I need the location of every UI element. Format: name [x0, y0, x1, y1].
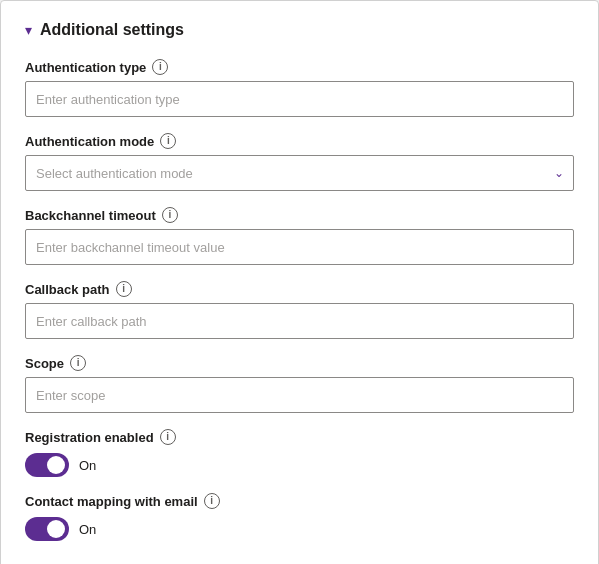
backchannel-timeout-info-icon[interactable]: i	[162, 207, 178, 223]
authentication-type-info-icon[interactable]: i	[152, 59, 168, 75]
authentication-mode-select[interactable]: Select authentication mode	[25, 155, 574, 191]
scope-info-icon[interactable]: i	[70, 355, 86, 371]
toggle-thumb	[47, 456, 65, 474]
callback-path-label: Callback path i	[25, 281, 574, 297]
callback-path-info-icon[interactable]: i	[116, 281, 132, 297]
registration-enabled-status: On	[79, 458, 96, 473]
registration-enabled-field: Registration enabled i On	[25, 429, 574, 477]
contact-mapping-label: Contact mapping with email i	[25, 493, 574, 509]
registration-enabled-toggle[interactable]	[25, 453, 69, 477]
backchannel-timeout-label: Backchannel timeout i	[25, 207, 574, 223]
scope-field: Scope i	[25, 355, 574, 413]
contact-mapping-field: Contact mapping with email i On	[25, 493, 574, 541]
callback-path-field: Callback path i	[25, 281, 574, 339]
backchannel-timeout-field: Backchannel timeout i	[25, 207, 574, 265]
collapse-icon[interactable]: ▾	[25, 22, 32, 38]
contact-mapping-toggle[interactable]	[25, 517, 69, 541]
toggle-track	[25, 453, 69, 477]
contact-mapping-info-icon[interactable]: i	[204, 493, 220, 509]
toggle-track-2	[25, 517, 69, 541]
authentication-type-input[interactable]	[25, 81, 574, 117]
authentication-mode-select-wrapper: Select authentication mode ⌄	[25, 155, 574, 191]
registration-enabled-toggle-row: On	[25, 453, 574, 477]
authentication-type-label: Authentication type i	[25, 59, 574, 75]
authentication-mode-label: Authentication mode i	[25, 133, 574, 149]
contact-mapping-status: On	[79, 522, 96, 537]
authentication-type-field: Authentication type i	[25, 59, 574, 117]
backchannel-timeout-input[interactable]	[25, 229, 574, 265]
scope-input[interactable]	[25, 377, 574, 413]
section-title: Additional settings	[40, 21, 184, 39]
authentication-mode-info-icon[interactable]: i	[160, 133, 176, 149]
registration-enabled-label: Registration enabled i	[25, 429, 574, 445]
registration-enabled-info-icon[interactable]: i	[160, 429, 176, 445]
section-header: ▾ Additional settings	[25, 21, 574, 39]
scope-label: Scope i	[25, 355, 574, 371]
toggle-thumb-2	[47, 520, 65, 538]
callback-path-input[interactable]	[25, 303, 574, 339]
contact-mapping-toggle-row: On	[25, 517, 574, 541]
authentication-mode-field: Authentication mode i Select authenticat…	[25, 133, 574, 191]
additional-settings-card: ▾ Additional settings Authentication typ…	[0, 0, 599, 564]
